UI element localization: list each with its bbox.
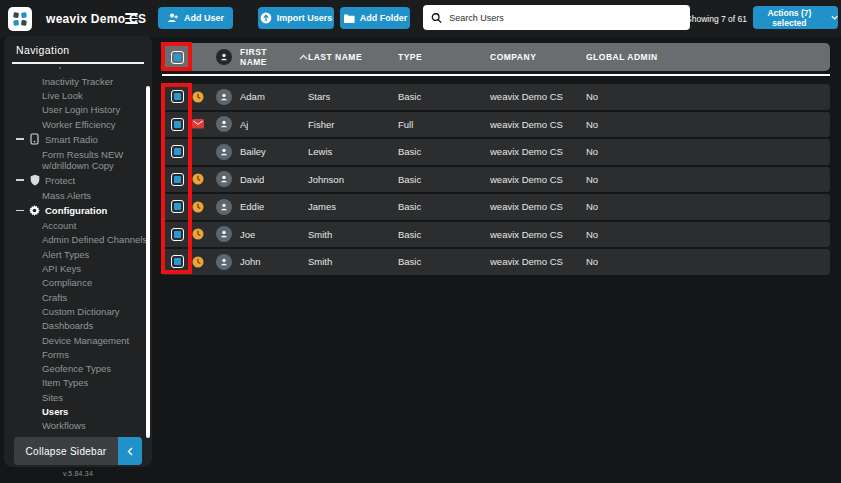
sidebar-item-label: Compliance: [42, 277, 92, 288]
last-name-cell: Lewis: [308, 146, 398, 157]
sidebar-scrollbar[interactable]: [146, 86, 150, 438]
company-cell: weavix Demo CS: [490, 229, 586, 240]
sidebar-item[interactable]: Forms: [4, 347, 148, 361]
collapse-minus-icon[interactable]: [16, 210, 24, 212]
type-cell: Basic: [398, 146, 490, 157]
column-header-last-name[interactable]: LAST NAME: [308, 52, 398, 62]
sidebar-item-label: Live Look: [42, 90, 83, 101]
avatar: [216, 144, 232, 160]
sidebar-item-label: Mass Alerts: [42, 190, 91, 201]
row-checkbox[interactable]: [171, 145, 184, 158]
avatar: [216, 254, 232, 270]
search-icon: [431, 12, 442, 24]
sidebar-item-label: Crafts: [42, 292, 67, 303]
sidebar-item[interactable]: Configuration: [4, 202, 148, 218]
avatar: [216, 116, 232, 132]
sidebar-item-label: Form Results NEW w/drilldown Copy: [42, 149, 123, 171]
sidebar-item[interactable]: Compliance: [4, 276, 148, 290]
sidebar-heading: Navigation: [16, 44, 70, 56]
smart-radio-icon: [29, 133, 40, 145]
sidebar-item[interactable]: User Login History: [4, 103, 148, 117]
sidebar-item-label: Inactivity Tracker: [42, 76, 113, 87]
collapse-minus-icon[interactable]: [16, 179, 24, 181]
actions-dropdown-button[interactable]: Actions (7) selected: [753, 6, 838, 29]
clock-icon: [192, 201, 204, 213]
sidebar-item[interactable]: Custom Dictionary: [4, 304, 148, 318]
add-user-icon: [167, 12, 179, 24]
table-row[interactable]: David Johnson Basic weavix Demo CS No: [162, 167, 830, 193]
divider: [12, 62, 144, 64]
chevron-down-icon: [831, 15, 838, 20]
table-row[interactable]: Eddie James Basic weavix Demo CS No: [162, 194, 830, 220]
column-header-company[interactable]: COMPANY: [490, 52, 586, 62]
sidebar-item[interactable]: Worker Efficiency: [4, 117, 148, 131]
sidebar-item[interactable]: Mass Alerts: [4, 188, 148, 202]
company-cell: weavix Demo CS: [490, 91, 586, 102]
sidebar-item[interactable]: Alert Types: [4, 247, 148, 261]
table-row[interactable]: Aj Fisher Full weavix Demo CS No: [162, 112, 830, 138]
select-all-checkbox[interactable]: [171, 51, 184, 64]
search-input[interactable]: [449, 13, 682, 23]
last-name-cell: Smith: [308, 256, 398, 267]
top-bar: weavix Demo CS Add User Import Users Add…: [0, 0, 841, 37]
sidebar-item-label: Item Types: [42, 377, 88, 388]
last-name-cell: Smith: [308, 229, 398, 240]
table-row[interactable]: Adam Stars Basic weavix Demo CS No: [162, 84, 830, 110]
sidebar-item[interactable]: API Keys: [4, 261, 148, 275]
showing-count: Showing 7 of 61: [655, 0, 747, 37]
sidebar-item[interactable]: Live Look: [4, 88, 148, 102]
chevron-left-icon: [118, 437, 142, 465]
sidebar-item-label: Geofence Types: [42, 363, 111, 374]
import-users-icon: [260, 12, 272, 24]
user-table-body: Adam Stars Basic weavix Demo CS No Aj Fi…: [162, 84, 830, 275]
column-header-first-name[interactable]: FIRST NAME: [240, 47, 291, 67]
row-checkbox[interactable]: [171, 200, 184, 213]
global-admin-cell: No: [586, 201, 830, 212]
sidebar-item[interactable]: Crafts: [4, 290, 148, 304]
company-cell: weavix Demo CS: [490, 201, 586, 212]
sidebar-item[interactable]: Dashboards: [4, 319, 148, 333]
sidebar-item[interactable]: Users: [4, 404, 148, 418]
sidebar-nav-list: Inactivity Tracker Live Look: [4, 74, 148, 433]
last-name-cell: James: [308, 201, 398, 212]
column-header-global-admin[interactable]: GLOBAL ADMIN: [586, 52, 830, 62]
import-users-button[interactable]: Import Users: [258, 7, 334, 29]
sidebar-item[interactable]: Account: [4, 218, 148, 232]
avatar: [216, 199, 232, 215]
sidebar-item[interactable]: Smart Radio: [4, 131, 148, 147]
sidebar-item[interactable]: Device Management: [4, 333, 148, 347]
sidebar-item[interactable]: Inactivity Tracker: [4, 74, 148, 88]
collapse-sidebar-button[interactable]: Collapse Sidebar: [14, 437, 142, 465]
sidebar-item-label: Configuration: [45, 205, 107, 216]
sidebar-item[interactable]: Sites: [4, 390, 148, 404]
table-row[interactable]: John Smith Basic weavix Demo CS No: [162, 249, 830, 275]
hamburger-menu-icon[interactable]: [125, 12, 138, 25]
sidebar-item-label: Worker Efficiency: [42, 119, 116, 130]
company-cell: weavix Demo CS: [490, 146, 586, 157]
column-header-type[interactable]: TYPE: [398, 52, 490, 62]
app-window: weavix Demo CS Add User Import Users Add…: [0, 0, 841, 483]
sidebar-item-label: Account: [42, 220, 76, 231]
sidebar-item[interactable]: Form Results NEW w/drilldown Copy: [4, 147, 148, 172]
row-checkbox[interactable]: [171, 173, 184, 186]
sidebar-item[interactable]: Workflows: [4, 419, 148, 433]
sidebar-item[interactable]: Protect: [4, 172, 148, 188]
add-folder-button[interactable]: Add Folder: [340, 7, 410, 29]
first-name-cell: Eddie: [240, 201, 264, 212]
sidebar-item[interactable]: Item Types: [4, 376, 148, 390]
sidebar-item[interactable]: Geofence Types: [4, 361, 148, 375]
sidebar-item-label: Device Management: [42, 335, 129, 346]
import-users-label: Import Users: [277, 13, 333, 23]
company-cell: weavix Demo CS: [490, 119, 586, 130]
clock-icon: [192, 256, 204, 268]
row-checkbox[interactable]: [171, 90, 184, 103]
sidebar-item[interactable]: Admin Defined Channels: [4, 233, 148, 247]
add-user-button[interactable]: Add User: [158, 7, 233, 29]
row-checkbox[interactable]: [171, 255, 184, 268]
row-checkbox[interactable]: [171, 228, 184, 241]
collapse-minus-icon[interactable]: [16, 138, 24, 140]
type-cell: Basic: [398, 256, 490, 267]
table-row[interactable]: Bailey Lewis Basic weavix Demo CS No: [162, 139, 830, 165]
table-row[interactable]: Joe Smith Basic weavix Demo CS No: [162, 222, 830, 248]
row-checkbox[interactable]: [171, 118, 184, 131]
